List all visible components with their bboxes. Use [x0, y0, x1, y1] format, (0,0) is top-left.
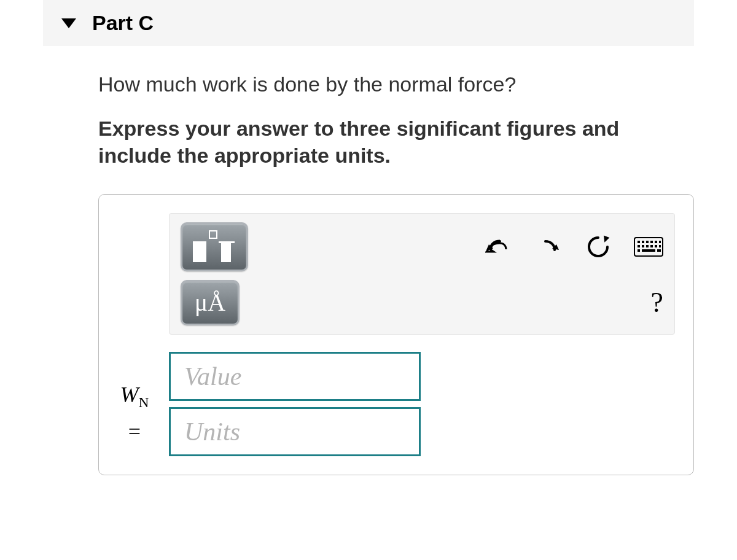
formatting-toolbar: μÅ ? — [169, 213, 675, 335]
reset-icon — [585, 234, 611, 260]
collapse-triangle-icon — [61, 18, 76, 28]
reset-button[interactable] — [583, 232, 613, 262]
part-title: Part C — [92, 11, 154, 35]
undo-icon — [485, 236, 510, 258]
answer-right-column: μÅ ? — [169, 213, 675, 456]
keyboard-button[interactable] — [634, 232, 663, 262]
question-text: How much work is done by the normal forc… — [98, 71, 694, 98]
content-area: How much work is done by the normal forc… — [98, 71, 694, 475]
redo-icon — [536, 236, 560, 258]
value-input[interactable] — [169, 352, 421, 401]
variable-label: WN = — [116, 379, 153, 456]
svg-rect-13 — [638, 249, 640, 252]
special-chars-button[interactable]: μÅ — [181, 280, 240, 325]
help-icon: ? — [651, 286, 663, 319]
answer-inputs — [169, 352, 675, 456]
svg-rect-14 — [642, 249, 655, 252]
svg-rect-10 — [650, 245, 653, 247]
templates-icon — [193, 231, 236, 262]
instructions-text: Express your answer to three significant… — [98, 115, 694, 169]
svg-rect-15 — [657, 249, 661, 252]
svg-rect-4 — [650, 241, 653, 243]
variable-sub: N — [139, 394, 149, 410]
svg-rect-7 — [638, 245, 640, 247]
svg-rect-11 — [655, 245, 657, 247]
undo-button[interactable] — [483, 232, 512, 262]
help-button[interactable]: ? — [651, 288, 663, 317]
variable-base: W — [120, 383, 139, 407]
redo-button[interactable] — [533, 232, 563, 262]
svg-rect-1 — [638, 241, 640, 243]
keyboard-icon — [634, 237, 663, 257]
templates-button[interactable] — [181, 222, 248, 271]
answer-box: WN = — [98, 194, 694, 475]
units-input[interactable] — [169, 407, 421, 456]
svg-rect-3 — [646, 241, 649, 243]
equals-sign: = — [128, 416, 141, 447]
svg-rect-8 — [642, 245, 644, 247]
svg-rect-12 — [659, 245, 661, 247]
units-button-label: μÅ — [195, 288, 225, 317]
svg-rect-9 — [646, 245, 649, 247]
svg-rect-2 — [642, 241, 644, 243]
svg-rect-5 — [655, 241, 657, 243]
part-header[interactable]: Part C — [43, 0, 694, 46]
svg-rect-6 — [659, 241, 661, 243]
